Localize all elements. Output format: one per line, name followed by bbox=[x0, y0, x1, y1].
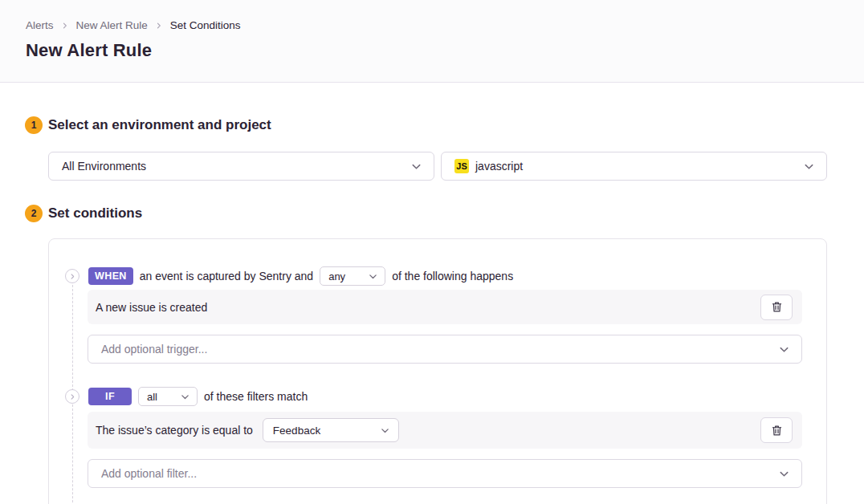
chevron-down-icon bbox=[380, 425, 390, 436]
delete-filter-button[interactable] bbox=[760, 417, 793, 443]
when-match-select[interactable]: any bbox=[320, 266, 385, 286]
page-header: Alerts New Alert Rule Set Conditions New… bbox=[0, 0, 864, 83]
if-text-after: of these filters match bbox=[204, 390, 308, 403]
chevron-right-icon bbox=[155, 22, 163, 30]
filter-value-select[interactable]: Feedback bbox=[263, 418, 399, 442]
trigger-label: A new issue is created bbox=[96, 301, 207, 314]
filter-label: The issue’s category is equal to bbox=[96, 424, 253, 437]
environment-select[interactable]: All Environments bbox=[48, 152, 434, 181]
chevron-down-icon bbox=[803, 161, 815, 173]
when-match-value: any bbox=[328, 270, 345, 282]
if-match-value: all bbox=[147, 391, 157, 403]
breadcrumb-new-alert-rule[interactable]: New Alert Rule bbox=[76, 19, 148, 31]
chevron-down-icon bbox=[778, 343, 790, 356]
chevron-right-icon bbox=[61, 22, 69, 30]
when-text-before: an event is captured by Sentry and bbox=[140, 270, 313, 282]
conditions-card: WHEN an event is captured by Sentry and … bbox=[48, 238, 827, 504]
breadcrumb-alerts[interactable]: Alerts bbox=[26, 19, 54, 31]
delete-trigger-button[interactable] bbox=[760, 295, 793, 320]
section-environment-heading: 1 Select an environment and project bbox=[25, 116, 827, 134]
main-content: 1 Select an environment and project All … bbox=[0, 116, 864, 504]
collapse-when-toggle[interactable] bbox=[65, 269, 79, 283]
trigger-row: A new issue is created bbox=[88, 290, 802, 324]
if-match-select[interactable]: all bbox=[138, 387, 198, 406]
section-conditions-heading: 2 Set conditions bbox=[25, 205, 827, 222]
filter-value: Feedback bbox=[273, 425, 320, 437]
step-badge-2: 2 bbox=[25, 205, 43, 222]
environment-select-value: All Environments bbox=[62, 160, 146, 173]
trash-icon bbox=[771, 301, 783, 313]
breadcrumb: Alerts New Alert Rule Set Conditions bbox=[26, 19, 838, 31]
when-rule-header: WHEN an event is captured by Sentry and … bbox=[49, 266, 826, 286]
project-select[interactable]: JS javascript bbox=[441, 152, 827, 181]
filter-row: The issue’s category is equal to Feedbac… bbox=[88, 412, 802, 449]
chevron-down-icon bbox=[180, 392, 190, 402]
if-rule-header: IF all of these filters match bbox=[49, 387, 826, 406]
when-badge: WHEN bbox=[88, 267, 133, 285]
chevron-down-icon bbox=[368, 271, 378, 282]
breadcrumb-set-conditions: Set Conditions bbox=[170, 19, 241, 31]
section-conditions-title: Set conditions bbox=[48, 205, 142, 222]
chevron-down-icon bbox=[410, 161, 422, 173]
project-select-value: javascript bbox=[475, 160, 523, 173]
section-environment-title: Select an environment and project bbox=[48, 117, 271, 133]
trash-icon bbox=[771, 425, 783, 437]
collapse-if-toggle[interactable] bbox=[65, 389, 79, 404]
when-text-after: of the following happens bbox=[392, 270, 513, 282]
add-trigger-select[interactable]: Add optional trigger... bbox=[88, 335, 802, 364]
step-badge-1: 1 bbox=[25, 116, 43, 134]
page-title: New Alert Rule bbox=[26, 40, 838, 61]
add-trigger-placeholder: Add optional trigger... bbox=[101, 343, 207, 356]
if-badge: IF bbox=[88, 388, 132, 405]
environment-project-row: All Environments JS javascript bbox=[48, 152, 827, 181]
add-filter-select[interactable]: Add optional filter... bbox=[88, 459, 802, 488]
javascript-platform-icon: JS bbox=[454, 159, 469, 173]
chevron-down-icon bbox=[778, 468, 790, 480]
add-filter-placeholder: Add optional filter... bbox=[101, 467, 197, 480]
